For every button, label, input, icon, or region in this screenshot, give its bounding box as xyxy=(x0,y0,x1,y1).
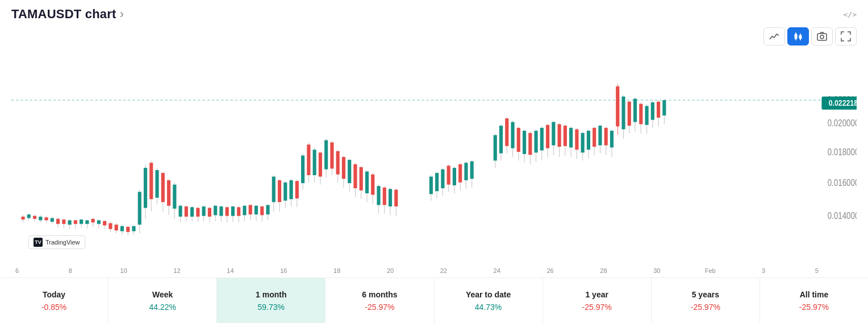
x-label-24: 24 xyxy=(491,267,503,274)
x-label-10: 10 xyxy=(118,267,130,274)
svg-rect-163 xyxy=(499,126,503,154)
svg-rect-81 xyxy=(214,206,217,216)
svg-rect-67 xyxy=(173,185,176,209)
svg-point-7 xyxy=(820,35,824,39)
x-label-14: 14 xyxy=(224,267,236,274)
svg-rect-167 xyxy=(511,122,514,148)
svg-rect-161 xyxy=(494,135,497,161)
svg-rect-199 xyxy=(604,128,608,146)
svg-rect-17 xyxy=(27,214,31,218)
period-5years-value: -25.97% xyxy=(691,303,720,312)
svg-rect-195 xyxy=(592,128,596,147)
svg-rect-85 xyxy=(226,207,229,216)
period-5years[interactable]: 5 years -25.97% xyxy=(652,278,760,323)
svg-rect-175 xyxy=(535,131,538,152)
svg-rect-105 xyxy=(283,183,287,201)
fullscreen-button[interactable] xyxy=(835,27,857,45)
svg-rect-143 xyxy=(394,190,398,206)
svg-rect-211 xyxy=(639,104,642,125)
svg-rect-57 xyxy=(144,168,147,208)
svg-rect-135 xyxy=(371,175,374,195)
svg-rect-191 xyxy=(581,133,585,153)
svg-rect-189 xyxy=(575,129,578,150)
svg-rect-171 xyxy=(523,131,526,154)
svg-rect-61 xyxy=(155,170,158,198)
svg-rect-215 xyxy=(651,102,654,120)
svg-rect-6 xyxy=(817,34,827,40)
svg-text:0.014000: 0.014000 xyxy=(828,210,857,221)
chart-svg: 0.022218 0.020000 0.018000 0.016000 0.01… xyxy=(11,48,857,266)
line-icon xyxy=(769,31,779,42)
svg-rect-145 xyxy=(429,177,433,194)
x-label-feb: Feb xyxy=(704,267,716,274)
svg-rect-155 xyxy=(458,164,462,183)
period-alltime-value: -25.97% xyxy=(799,303,829,312)
svg-rect-75 xyxy=(196,208,199,217)
svg-rect-49 xyxy=(120,226,124,231)
svg-rect-193 xyxy=(587,131,590,150)
svg-rect-151 xyxy=(447,165,450,184)
x-label-22: 22 xyxy=(438,267,449,274)
svg-rect-129 xyxy=(353,164,357,188)
svg-text:0.020000: 0.020000 xyxy=(828,118,857,129)
embed-button[interactable]: </> xyxy=(844,10,857,19)
svg-rect-197 xyxy=(598,126,602,146)
svg-rect-87 xyxy=(231,206,235,216)
svg-rect-139 xyxy=(383,188,386,205)
svg-rect-59 xyxy=(149,163,153,199)
svg-text:0.022218: 0.022218 xyxy=(829,98,857,108)
svg-rect-37 xyxy=(85,220,89,223)
chart-wrapper: 0.022218 0.020000 0.018000 0.016000 0.01… xyxy=(11,48,857,266)
candle-chart-button[interactable] xyxy=(787,27,809,45)
svg-rect-41 xyxy=(97,220,101,223)
period-week[interactable]: Week 44.22% xyxy=(108,278,217,323)
screenshot-button[interactable] xyxy=(811,27,833,45)
svg-rect-99 xyxy=(266,205,269,214)
x-label-18: 18 xyxy=(331,267,343,274)
svg-rect-83 xyxy=(219,206,223,216)
svg-rect-121 xyxy=(330,142,333,168)
svg-rect-63 xyxy=(161,173,165,202)
svg-rect-207 xyxy=(628,102,631,126)
period-1month[interactable]: 1 month 59.73% xyxy=(217,278,326,323)
svg-rect-3 xyxy=(799,35,802,39)
x-label-30: 30 xyxy=(651,267,662,274)
svg-rect-183 xyxy=(558,124,561,147)
period-ytd[interactable]: Year to date 44.73% xyxy=(435,278,543,323)
period-alltime-label: All time xyxy=(800,290,829,299)
period-1year-value: -25.97% xyxy=(582,303,612,312)
line-chart-button[interactable] xyxy=(763,27,785,45)
svg-rect-31 xyxy=(68,220,72,225)
x-label-28: 28 xyxy=(598,267,609,274)
candle-icon xyxy=(793,31,803,42)
period-today-value: -0.85% xyxy=(41,303,66,312)
svg-rect-71 xyxy=(185,206,188,217)
svg-rect-27 xyxy=(56,219,60,224)
svg-rect-205 xyxy=(621,97,625,130)
svg-rect-21 xyxy=(39,217,42,220)
title-text: TAMAUSDT chart xyxy=(11,7,116,21)
svg-rect-141 xyxy=(389,189,392,206)
x-label-6: 6 xyxy=(11,267,23,274)
period-1year[interactable]: 1 year -25.97% xyxy=(543,278,652,323)
x-labels: 6 8 10 12 14 16 18 20 22 24 26 28 30 Feb… xyxy=(11,267,857,274)
x-label-20: 20 xyxy=(385,267,396,274)
svg-rect-117 xyxy=(319,152,322,176)
period-6months-value: -25.97% xyxy=(365,303,394,312)
period-6months[interactable]: 6 months -25.97% xyxy=(326,278,434,323)
svg-rect-45 xyxy=(108,223,112,229)
svg-rect-47 xyxy=(115,225,118,230)
period-alltime[interactable]: All time -25.97% xyxy=(760,278,868,323)
x-label-8: 8 xyxy=(65,267,76,274)
svg-rect-93 xyxy=(249,205,252,214)
header: TAMAUSDT chart › </> xyxy=(0,0,868,25)
svg-rect-69 xyxy=(179,206,182,217)
x-label-5: 5 xyxy=(811,267,823,274)
svg-rect-219 xyxy=(662,100,666,115)
period-today-label: Today xyxy=(43,290,65,299)
svg-rect-127 xyxy=(348,160,351,183)
chart-title[interactable]: TAMAUSDT chart › xyxy=(11,7,124,22)
svg-rect-23 xyxy=(44,217,48,220)
period-today[interactable]: Today -0.85% xyxy=(0,278,108,323)
svg-rect-203 xyxy=(616,86,619,126)
